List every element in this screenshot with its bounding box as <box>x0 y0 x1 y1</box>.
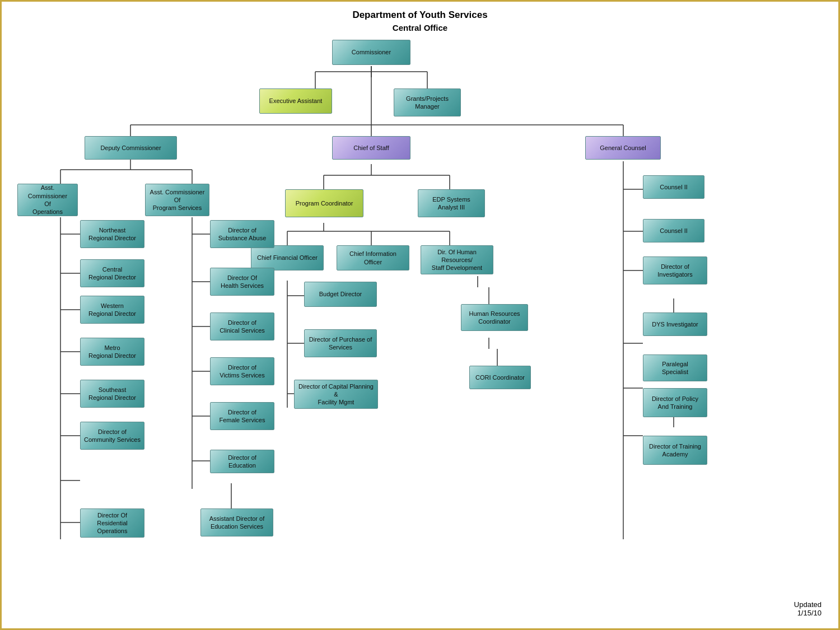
node-dir-human-resources: Dir. Of Human Resources/Staff Developmen… <box>421 245 493 274</box>
node-asst-dir-education: Assistant Director ofEducation Services <box>200 508 273 536</box>
node-dir-education: Director of Education <box>210 450 274 473</box>
node-dir-community: Director ofCommunity Services <box>80 422 144 450</box>
node-dir-clinical: Director ofClinical Services <box>210 312 274 340</box>
node-dir-training-academy: Director of TrainingAcademy <box>643 436 707 465</box>
node-metro-regional: MetroRegional Director <box>80 338 144 366</box>
updated-text: Updated1/15/10 <box>794 600 822 617</box>
node-dir-residential: Director OfResidential Operations <box>80 508 144 538</box>
node-counsel-ii-2: Counsel II <box>643 219 704 242</box>
node-paralegal: ParalegalSpecialist <box>643 354 707 381</box>
node-dir-investigators: Director ofInvestigators <box>643 256 707 284</box>
node-dir-capital: Director of Capital Planning &Facility M… <box>294 380 378 409</box>
node-dir-health: Director OfHealth Services <box>210 268 274 296</box>
page: Department of Youth Services Central Off… <box>0 0 840 630</box>
node-grants-projects: Grants/ProjectsManager <box>394 88 461 116</box>
node-western-regional: WesternRegional Director <box>80 296 144 324</box>
node-chief-of-staff: Chief of Staff <box>332 136 410 160</box>
node-dir-victims: Director ofVictims Services <box>210 357 274 385</box>
node-commissioner: Commissioner <box>332 40 410 65</box>
node-dys-investigator: DYS Investigator <box>643 312 707 336</box>
node-dir-policy-training: Director of PolicyAnd Training <box>643 388 707 417</box>
node-edp-systems: EDP SystemsAnalyst III <box>418 189 485 217</box>
node-dir-substance-abuse: Director ofSubstance Abuse <box>210 220 274 248</box>
node-hr-coordinator: Human ResourcesCoordinator <box>461 304 528 331</box>
node-chief-financial: Chief Financial Officer <box>251 245 324 270</box>
page-title: Department of Youth Services <box>2 2 838 21</box>
node-southeast-regional: SoutheastRegional Director <box>80 380 144 408</box>
node-asst-commissioner-prog: Asst. CommissionerOfProgram Services <box>145 184 209 216</box>
node-executive-assistant: Executive Assistant <box>259 88 332 114</box>
node-program-coordinator: Program Coordinator <box>285 189 363 217</box>
node-deputy-commissioner: Deputy Commissioner <box>85 136 177 160</box>
node-cori-coordinator: CORI Coordinator <box>469 366 531 389</box>
node-asst-commissioner-ops: Asst. CommissionerOfOperations <box>17 184 78 216</box>
node-dir-female: Director ofFemale Services <box>210 402 274 430</box>
node-general-counsel: General Counsel <box>585 136 661 160</box>
node-counsel-ii-1: Counsel II <box>643 175 704 199</box>
node-dir-purchase: Director of Purchase ofServices <box>304 329 377 357</box>
node-budget-director: Budget Director <box>304 282 377 307</box>
node-central-regional: CentralRegional Director <box>80 259 144 287</box>
node-northeast-regional: NortheastRegional Director <box>80 220 144 248</box>
node-chief-information: Chief Information Officer <box>337 245 409 270</box>
page-subtitle: Central Office <box>2 23 838 32</box>
